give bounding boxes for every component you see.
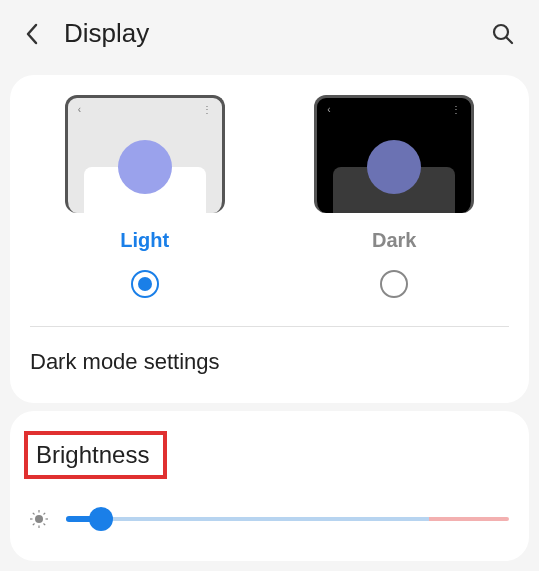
svg-line-7: [33, 513, 35, 515]
search-icon[interactable]: [491, 22, 515, 46]
svg-point-2: [35, 515, 43, 523]
dark-mode-settings-link[interactable]: Dark mode settings: [30, 345, 509, 379]
brightness-icon: [30, 510, 48, 528]
theme-option-dark[interactable]: ‹⋮ Dark: [314, 95, 474, 298]
divider: [30, 326, 509, 327]
brightness-row: [30, 501, 509, 537]
brightness-card: Brightness: [10, 411, 529, 561]
theme-selector: ‹⋮ Light ‹⋮ Dark: [30, 95, 509, 318]
svg-line-8: [44, 524, 46, 526]
header-bar: Display: [0, 0, 539, 67]
svg-line-9: [33, 524, 35, 526]
back-icon[interactable]: [24, 22, 40, 46]
theme-option-light[interactable]: ‹⋮ Light: [65, 95, 225, 298]
brightness-slider[interactable]: [66, 501, 509, 537]
brightness-title: Brightness: [30, 439, 155, 471]
theme-card: ‹⋮ Light ‹⋮ Dark Dark mode settings: [10, 75, 529, 403]
dark-label: Dark: [372, 229, 416, 252]
radio-dark[interactable]: [380, 270, 408, 298]
dark-preview: ‹⋮: [314, 95, 474, 213]
slider-thumb[interactable]: [89, 507, 113, 531]
svg-line-10: [44, 513, 46, 515]
page-title: Display: [64, 18, 491, 49]
radio-light[interactable]: [131, 270, 159, 298]
light-label: Light: [120, 229, 169, 252]
svg-line-1: [507, 37, 513, 43]
brightness-highlight: Brightness: [24, 431, 167, 479]
light-preview: ‹⋮: [65, 95, 225, 213]
